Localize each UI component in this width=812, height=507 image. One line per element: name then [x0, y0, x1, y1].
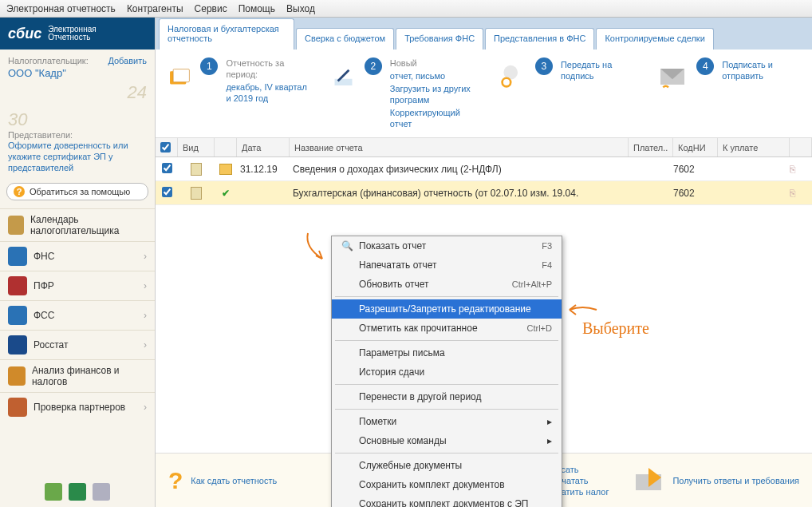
calendar-flip-icon	[167, 57, 192, 96]
menu-item-shortcut: Ctrl+Alt+P	[512, 279, 552, 289]
add-taxpayer-link[interactable]: Добавить	[108, 56, 147, 65]
howto-link[interactable]: ? Как сдать отчетность	[168, 467, 277, 494]
context-menu-item[interactable]: Сохранить комплект документов	[332, 475, 562, 494]
get-answers[interactable]: Получить ответы и требования	[633, 465, 799, 497]
sidebar-item[interactable]: Календарь налогоплательщика	[0, 208, 155, 241]
grid-body: 31.12.19 Сведения о доходах физических л…	[156, 157, 812, 205]
col-kind[interactable]: Вид	[178, 138, 215, 156]
col-to-pay[interactable]: К уплате	[718, 138, 790, 156]
nav-icon	[8, 247, 27, 266]
step-new-report: 2 Новый отчет, письмо Загрузить из други…	[330, 57, 475, 129]
context-menu-item[interactable]: Параметры письма	[332, 343, 562, 362]
context-menu-item[interactable]: Сохранить комплект документов с ЭП	[332, 494, 562, 507]
step-number-badge: 2	[365, 57, 382, 75]
document-icon	[191, 163, 202, 176]
select-all-checkbox[interactable]	[160, 142, 171, 152]
menu-item-label: Разрешить/Запретить редактирование	[359, 303, 531, 315]
tab-fns-submissions[interactable]: Представления в ФНС	[485, 28, 594, 50]
tab-tax-accounting[interactable]: Налоговая и бухгалтерская отчетность	[159, 18, 294, 50]
step-period[interactable]: 1 Отчетность за период: декабрь, IV квар…	[167, 57, 311, 129]
representatives-link[interactable]: Оформите доверенность или укажите сертиф…	[8, 140, 147, 173]
sidebar-item[interactable]: ПФР›	[0, 271, 155, 300]
pen-paper-icon	[330, 57, 357, 96]
sidebar-item[interactable]: Анализ финансов и налогов	[0, 359, 155, 392]
tabstrip: Налоговая и бухгалтерская отчетность Све…	[156, 18, 812, 50]
table-row[interactable]: 31.12.19 Сведения о доходах физических л…	[156, 157, 812, 181]
row-action-icon[interactable]: ⎘	[790, 188, 812, 199]
menu-item[interactable]: Электронная отчетность	[6, 3, 116, 14]
cell-date: 31.12.19	[237, 164, 290, 175]
grid-header: Вид Дата Название отчета Плател.. КодНИ …	[156, 138, 812, 157]
context-menu[interactable]: 🔍Показать отчетF3Напечатать отчетF4Обнов…	[331, 236, 562, 507]
help-button[interactable]: ? Обратиться за помощью	[6, 183, 148, 200]
col-payer[interactable]: Плател..	[629, 138, 673, 156]
context-menu-item[interactable]: Разрешить/Запретить редактирование	[332, 299, 562, 319]
question-icon: ?	[168, 467, 183, 494]
menu-item[interactable]: Контрагенты	[127, 3, 183, 14]
load-from-programs-link[interactable]: Загрузить из других программ	[390, 83, 475, 105]
table-row[interactable]: ✔ Бухгалтерская (финансовая) отчетность …	[156, 181, 812, 205]
inbox-envelope-icon	[633, 465, 664, 497]
context-menu-item[interactable]: 🔍Показать отчетF3	[332, 236, 562, 255]
tab-budget-reconcile[interactable]: Сверка с бюджетом	[296, 28, 394, 50]
cell-kodni: 7602	[673, 164, 718, 175]
col-name[interactable]: Название отчета	[290, 138, 629, 156]
chevron-right-icon: ›	[144, 339, 147, 351]
menu-separator	[335, 409, 558, 410]
checkmark-icon: ✔	[222, 188, 230, 199]
menu-item-label: Основные команды	[359, 435, 447, 446]
context-menu-item[interactable]: Перенести в другой период	[332, 387, 562, 406]
cell-name: Сведения о доходах физических лиц (2-НДФ…	[290, 164, 629, 175]
context-menu-item[interactable]: Отметить как прочитанноеCtrl+D	[332, 319, 562, 338]
step-title: Отчетность за период:	[226, 58, 284, 79]
new-report-link[interactable]: отчет, письмо	[390, 70, 475, 81]
nav-icon	[8, 306, 27, 325]
taxpayer-label: Налогоплательщик:	[8, 56, 89, 65]
step-sign-send[interactable]: 4 Подписать и отправить	[656, 57, 801, 129]
correcting-report-link[interactable]: Корректирующий отчет	[390, 107, 475, 129]
menu-item-shortcut: F3	[542, 241, 552, 251]
representatives-label: Представители:	[8, 130, 147, 140]
menu-item-label: Обновить отчет	[359, 279, 429, 290]
col-date[interactable]: Дата	[237, 138, 290, 156]
context-menu-item[interactable]: Обновить отчетCtrl+Alt+P	[332, 275, 562, 294]
context-menu-item[interactable]: История сдачи	[332, 362, 562, 382]
nav-label: ФСС	[34, 310, 54, 321]
nav-label: Анализ финансов и налогов	[32, 365, 147, 387]
inspector-icon	[494, 57, 527, 96]
menu-item[interactable]: Помощь	[238, 3, 275, 14]
tab-controlled-deals[interactable]: Контролируемые сделки	[596, 28, 713, 50]
tab-fns-requirements[interactable]: Требования ФНС	[396, 28, 483, 50]
step-send-to-sign[interactable]: 3 Передать на подпись	[494, 57, 638, 129]
howto-label: Как сдать отчетность	[191, 476, 277, 485]
sidebar-item[interactable]: Росстат›	[0, 330, 155, 359]
sidebar-item[interactable]: ФСС›	[0, 300, 155, 330]
context-menu-item[interactable]: Пометки▸	[332, 412, 562, 431]
context-menu-item[interactable]: Основные команды▸	[332, 431, 562, 450]
menu-item[interactable]: Сервис	[195, 3, 227, 14]
col-kodni[interactable]: КодНИ	[673, 138, 718, 156]
svg-rect-2	[334, 79, 352, 85]
sign-and-send-link[interactable]: Подписать и отправить	[722, 59, 801, 81]
menubar[interactable]: Электронная отчетность Контрагенты Серви…	[0, 0, 812, 18]
svg-rect-1	[173, 69, 189, 82]
row-checkbox[interactable]	[162, 163, 172, 173]
steps-row: 1 Отчетность за период: декабрь, IV квар…	[156, 50, 812, 138]
taxpayer-org[interactable]: ООО "Кадр"	[8, 67, 147, 79]
menu-item[interactable]: Выход	[286, 3, 315, 14]
menu-item-label: Параметры письма	[359, 347, 445, 358]
nav-label: ФНС	[34, 251, 54, 262]
send-to-sign-link[interactable]: Передать на подпись	[561, 59, 637, 81]
sidebar-item[interactable]: Проверка партнеров›	[0, 392, 155, 422]
nav-label: Росстат	[34, 339, 68, 351]
row-checkbox[interactable]	[162, 187, 172, 197]
context-menu-item[interactable]: Напечатать отчетF4	[332, 255, 562, 275]
row-action-icon[interactable]: ⎘	[790, 164, 812, 175]
sidebar-item[interactable]: ФНС›	[0, 241, 155, 271]
calendar-decoration: 24 30	[0, 82, 155, 130]
menu-separator	[335, 296, 558, 297]
menu-item-shortcut: Ctrl+D	[527, 323, 552, 333]
context-menu-item[interactable]: Служебные документы	[332, 456, 562, 475]
chevron-right-icon: ›	[144, 280, 147, 291]
period-link[interactable]: декабрь, IV квартал и 2019 год	[226, 81, 310, 104]
